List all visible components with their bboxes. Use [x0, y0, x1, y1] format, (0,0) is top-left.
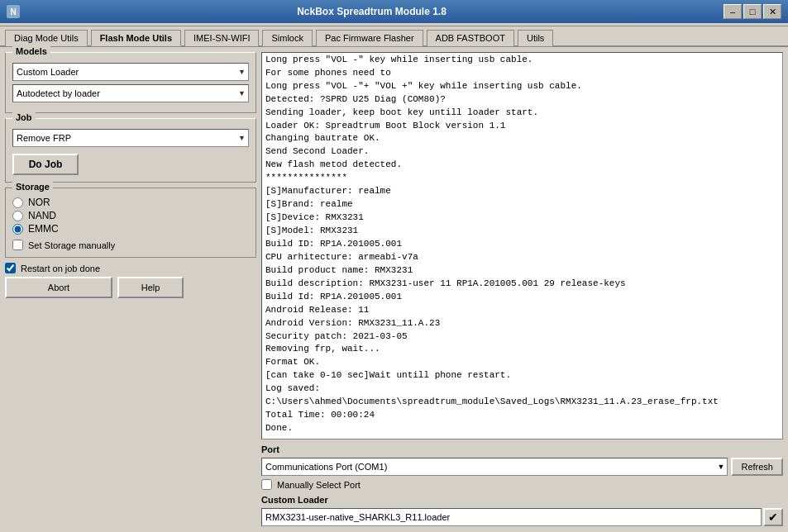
- log-line: Long press "VOL -"+ "VOL +" key while in…: [265, 80, 779, 93]
- bottom-buttons: Abort Help: [5, 277, 256, 298]
- log-line: Detected: ?SPRD U25 Diag (COM80)?: [265, 93, 779, 107]
- log-line: [S]Brand: realme: [265, 198, 779, 211]
- model-select-wrapper: Custom Loader: [12, 63, 249, 81]
- job-label: Job: [12, 112, 36, 122]
- manual-port-row: Manually Select Port: [261, 479, 783, 490]
- job-group: Job Remove FRP Do Job: [5, 118, 256, 183]
- title-bar: N NckBox Spreadtrum Module 1.8 – □ ✕: [0, 0, 788, 23]
- storage-radio-group: NOR NAND EMMC: [12, 193, 249, 235]
- log-line: Removing frp, wait...: [265, 343, 779, 356]
- tab-flash[interactable]: Flash Mode Utils: [91, 30, 181, 46]
- log-line: ***************: [265, 172, 779, 185]
- browse-button[interactable]: ✔: [763, 508, 783, 526]
- port-row: Communications Port (COM1) Refresh: [261, 458, 783, 476]
- tab-imei[interactable]: IMEI-SN-WIFI: [184, 30, 259, 46]
- restart-label[interactable]: Restart on job done: [21, 264, 100, 273]
- log-line: Build ID: RP1A.201005.001: [265, 238, 779, 251]
- log-line: Format OK.: [265, 356, 779, 369]
- restart-item: Restart on job done: [5, 263, 256, 273]
- models-label: Models: [12, 46, 50, 56]
- storage-nand[interactable]: NAND: [12, 210, 249, 221]
- maximize-button[interactable]: □: [743, 4, 762, 19]
- tab-simlock[interactable]: Simlock: [262, 30, 313, 46]
- storage-label: Storage: [12, 182, 53, 192]
- log-line: [S]Device: RMX3231: [265, 211, 779, 225]
- storage-nand-radio[interactable]: [12, 211, 23, 221]
- log-line: CPU arhitecture: armeabi-v7a: [265, 251, 779, 264]
- model-select[interactable]: Custom Loader: [12, 63, 249, 81]
- storage-emmc-label: EMMC: [28, 223, 59, 235]
- detect-select[interactable]: Autodetect by loader: [12, 84, 249, 102]
- log-line: For some phones need to: [265, 67, 779, 80]
- set-storage-manually-item: Set Storage manually: [12, 240, 249, 250]
- log-line: [S]Manufacturer: realme: [265, 185, 779, 198]
- manual-port-checkbox[interactable]: [261, 479, 272, 490]
- log-line: Security patch: 2021-03-05: [265, 330, 779, 344]
- job-select[interactable]: Remove FRP: [12, 129, 249, 147]
- log-line: Sending loader, keep boot key untill loa…: [265, 107, 779, 120]
- window-title: NckBox Spreadtrum Module 1.8: [20, 6, 724, 17]
- log-line: [can take 0-10 sec]Wait untill phone res…: [265, 369, 779, 382]
- log-line: Build Id: RP1A.201005.001: [265, 291, 779, 304]
- do-job-button[interactable]: Do Job: [12, 154, 79, 175]
- app-icon: N: [7, 5, 20, 18]
- port-label: Port: [261, 444, 783, 454]
- storage-nor[interactable]: NOR: [12, 197, 249, 208]
- log-line: Log saved:: [265, 382, 779, 396]
- log-line: Build product name: RMX3231: [265, 264, 779, 278]
- custom-loader-label: Custom Loader: [261, 495, 783, 505]
- detect-select-wrapper: Autodetect by loader: [12, 84, 249, 102]
- storage-nand-label: NAND: [28, 210, 56, 221]
- right-panel: RX from: ERASE FRPStart Detect phone...P…: [261, 52, 783, 526]
- set-storage-manually-checkbox[interactable]: [12, 240, 23, 250]
- custom-loader-input[interactable]: [261, 508, 762, 526]
- log-line: Loader OK: Spreadtrum Boot Block version…: [265, 120, 779, 133]
- log-line: New flash metod detected.: [265, 159, 779, 172]
- storage-nor-label: NOR: [28, 197, 50, 208]
- set-storage-manually-label[interactable]: Set Storage manually: [28, 240, 115, 250]
- log-line: [S]Model: RMX3231: [265, 225, 779, 238]
- log-line: Total Time: 00:00:24: [265, 409, 779, 422]
- manual-port-label[interactable]: Manually Select Port: [277, 480, 361, 490]
- job-select-wrapper: Remove FRP: [12, 129, 249, 147]
- log-area[interactable]: RX from: ERASE FRPStart Detect phone...P…: [261, 52, 783, 439]
- models-group: Models Custom Loader Autodetect by loade…: [5, 52, 256, 113]
- storage-nor-radio[interactable]: [12, 197, 23, 208]
- storage-group: Storage NOR NAND EMMC Set Storage manual…: [5, 188, 256, 258]
- restart-checkbox[interactable]: [5, 263, 16, 273]
- tab-diag[interactable]: Diag Mode Utils: [5, 30, 88, 46]
- refresh-button[interactable]: Refresh: [731, 458, 783, 476]
- log-line: Changing bautrate OK.: [265, 132, 779, 145]
- custom-loader-row: ✔: [261, 508, 783, 526]
- left-panel: Models Custom Loader Autodetect by loade…: [5, 52, 256, 526]
- close-button[interactable]: ✕: [763, 4, 781, 19]
- tab-pac[interactable]: Pac Firmware Flasher: [316, 30, 423, 46]
- tab-adb[interactable]: ADB FASTBOOT: [427, 30, 514, 46]
- port-select[interactable]: Communications Port (COM1): [261, 458, 728, 476]
- custom-loader-section: Custom Loader ✔: [261, 495, 783, 526]
- tab-utils[interactable]: Utils: [518, 30, 553, 46]
- storage-emmc[interactable]: EMMC: [12, 223, 249, 235]
- title-bar-buttons: – □ ✕: [724, 4, 781, 19]
- storage-emmc-radio[interactable]: [12, 224, 23, 235]
- help-button[interactable]: Help: [117, 277, 184, 298]
- port-section: Port Communications Port (COM1) Refresh …: [261, 444, 783, 490]
- log-line: Send Second Loader.: [265, 145, 779, 159]
- log-line: C:\Users\ahmed\Documents\spreadtrum_modu…: [265, 396, 779, 409]
- minimize-button[interactable]: –: [724, 4, 742, 19]
- port-select-wrapper: Communications Port (COM1): [261, 458, 728, 476]
- log-line: Build description: RMX3231-user 11 RP1A.…: [265, 278, 779, 291]
- log-line: Done.: [265, 422, 779, 435]
- abort-button[interactable]: Abort: [5, 277, 112, 298]
- log-line: Long press "VOL -" key while inserting u…: [265, 54, 779, 67]
- log-line: Android Release: 11: [265, 304, 779, 317]
- log-line: Android Version: RMX3231_11.A.23: [265, 317, 779, 330]
